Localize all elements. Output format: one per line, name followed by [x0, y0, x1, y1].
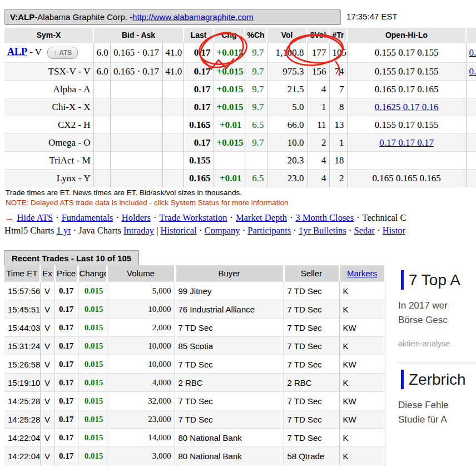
- nav-row-2: Html5 Charts 1 yr · Java Charts Intraday…: [4, 224, 476, 237]
- trade-seller: 7 TD Sec: [284, 282, 339, 300]
- open-hi-lo-cell: 0.155 0.17 0.155: [347, 43, 466, 63]
- nav-link-history[interactable]: Histor: [383, 225, 405, 236]
- ad-block: Zerbrich Diese Fehle Studie für A: [397, 362, 476, 453]
- ask-size-cell: [162, 152, 184, 170]
- col-header-chg: Chg: [214, 28, 245, 43]
- recent-trades-table: Time ET Ex Price Change Volume Buyer Sel…: [4, 265, 386, 465]
- quote-row: Lynx - Y 0.165 +0.01 6.5 23.0 4 2 0.165 …: [4, 170, 476, 187]
- nav-link-3-month-closes[interactable]: 3 Month Closes: [296, 212, 354, 223]
- trade-seller: 7 TD Sec: [284, 410, 339, 429]
- bid-size-cell: 6.0: [93, 63, 110, 81]
- trade-change: 0.015: [78, 282, 107, 300]
- ask-size-cell: [162, 134, 184, 152]
- trade-buyer: 85 Scotia: [175, 337, 284, 355]
- col-header-buyer: Buyer: [175, 265, 284, 282]
- dollar-volume-cell: 1: [307, 98, 329, 116]
- change-cell: +0.015: [214, 63, 245, 81]
- trade-change: 0.015: [78, 392, 107, 410]
- trade-markers: KW: [339, 355, 385, 374]
- ad-block: 7 Top A In 2017 wer Börse Gesc aktien-an…: [397, 264, 476, 362]
- markers-link[interactable]: Markers: [347, 269, 377, 278]
- open-hi-lo-cell: 0.1625 0.17 0.16: [347, 98, 466, 116]
- col-header-volume: Volume: [107, 265, 175, 282]
- trade-change: 0.015: [78, 337, 107, 355]
- trade-change: 0.015: [78, 374, 107, 392]
- nav-link-intraday[interactable]: Intraday: [123, 225, 154, 236]
- ad-headline[interactable]: Zerbrich: [401, 370, 476, 389]
- nav-link-sedar[interactable]: Sedar: [354, 225, 375, 236]
- trade-price: 0.17: [54, 355, 78, 374]
- ask-size-cell: 41.0: [162, 43, 184, 63]
- trade-row: 15:44:03 V 0.17 0.015 2,000 7 TD Sec 7 T…: [4, 319, 385, 337]
- symbol-link[interactable]: ALP: [7, 46, 27, 57]
- volume-cell: 66.0: [267, 116, 307, 134]
- nav-link-1yr-bulletins[interactable]: 1yr Bulletins: [299, 225, 346, 236]
- num-trades-cell: 1: [329, 134, 347, 152]
- trade-exchange: V: [40, 282, 54, 300]
- ad-source-link[interactable]: aktien-analyse: [398, 339, 476, 348]
- trade-markers: K: [339, 429, 385, 447]
- volume-cell: 10.0: [267, 134, 307, 152]
- trade-price: 0.17: [54, 392, 78, 410]
- col-header-change: Change: [78, 265, 107, 282]
- quote-row: TriAct - M 0.155 20.3 4 18: [4, 152, 476, 170]
- quote-row: Alpha - A 0.17 +0.015 9.7 21.5 4 7 0.165…: [4, 81, 476, 98]
- last-price-cell: 0.155: [184, 152, 214, 170]
- bid-ask-cell: [110, 170, 162, 187]
- trade-volume: 3,000: [107, 447, 175, 465]
- bid-size-cell: [93, 81, 110, 98]
- trade-change: 0.015: [78, 429, 107, 447]
- nav-link-1yr-chart[interactable]: 1 yr: [57, 225, 71, 236]
- symbol-cell: Chi-X - X: [4, 98, 93, 116]
- nav-link-fundamentals[interactable]: Fundamentals: [62, 212, 113, 223]
- trade-time: 15:44:03: [4, 319, 40, 337]
- num-trades-cell: 7: [329, 81, 347, 98]
- trade-exchange: V: [40, 410, 54, 429]
- trade-seller: 7 TD Sec: [284, 319, 339, 337]
- nav-link-trade-workstation[interactable]: Trade Workstation: [159, 212, 227, 223]
- trade-change: 0.015: [78, 410, 107, 429]
- symbol-cell: CX2 - H: [4, 116, 93, 134]
- trade-row: 15:45:51 V 0.17 0.015 10,000 76 Industri…: [4, 300, 385, 319]
- trade-exchange: V: [40, 355, 54, 374]
- last-price-cell: 0.17: [184, 98, 214, 116]
- nav-link-company[interactable]: Company: [204, 225, 240, 236]
- bid-ask-cell: 0.165 · 0.17: [110, 43, 162, 63]
- nav-link-holders[interactable]: Holders: [122, 212, 151, 223]
- year-range-link[interactable]: 0.1: [469, 47, 476, 58]
- trade-change: 0.015: [78, 447, 107, 465]
- volume-cell: 20.3: [267, 152, 307, 170]
- ad-headline[interactable]: 7 Top A: [401, 270, 476, 290]
- trade-seller: 7 TD Sec: [284, 300, 339, 319]
- trade-exchange: V: [40, 337, 54, 355]
- dollar-volume-cell: 2: [307, 134, 329, 152]
- trade-price: 0.17: [54, 374, 78, 392]
- symbol-cell: TriAct - M: [4, 152, 93, 170]
- trade-price: 0.17: [54, 282, 78, 300]
- trade-volume: 14,000: [107, 429, 175, 447]
- trade-price: 0.17: [54, 447, 78, 465]
- nav-link-hide-ats[interactable]: Hide ATS: [17, 212, 53, 223]
- company-website-link[interactable]: http://www.alabamagraphite.com: [132, 12, 254, 22]
- trade-row: 15:19:10 V 0.17 0.015 4,000 2 RBC 2 RBC …: [4, 374, 385, 392]
- nav-link-historical[interactable]: Historical: [161, 225, 197, 236]
- trade-seller: 7 TD Sec: [284, 429, 339, 447]
- ats-toggle-button[interactable]: ↑ATS: [47, 47, 78, 59]
- trade-seller: 7 TD Sec: [284, 355, 339, 374]
- trade-volume: 23,000: [107, 410, 175, 429]
- trade-exchange: V: [40, 447, 54, 465]
- trade-buyer: 99 Jitney: [175, 282, 284, 300]
- num-trades-cell: 74: [329, 63, 347, 81]
- quote-row-primary: ALP - V↑ATS 6.0 0.165 · 0.17 41.0 0.17 +…: [4, 43, 476, 63]
- right-ad-panel: 7 Top A In 2017 wer Börse Gesc aktien-an…: [397, 264, 476, 467]
- trade-time: 14:25:28: [4, 410, 40, 429]
- dollar-volume-cell: 156: [307, 63, 329, 81]
- nav-link-participants[interactable]: Participants: [247, 225, 291, 236]
- quote-table: Sym-X Bid - Ask Last Chg %Ch Vol $Vol #T…: [4, 28, 476, 187]
- dollar-volume-cell: 4: [307, 152, 329, 170]
- nav-link-market-depth[interactable]: Market Depth: [236, 212, 287, 223]
- num-trades-cell: 18: [329, 152, 347, 170]
- last-price-cell: 0.17: [184, 63, 214, 81]
- nav-row-1: →Hide ATS·Fundamentals·Holders·Trade Wor…: [4, 211, 476, 224]
- volume-cell: 23.0: [267, 170, 307, 187]
